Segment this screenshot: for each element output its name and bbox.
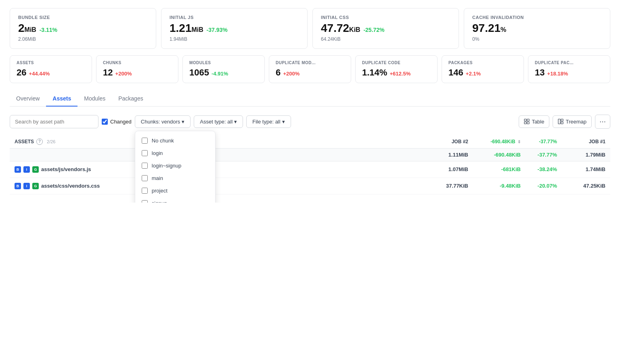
chevron-down-icon: ▾ [182, 119, 184, 125]
chunk-option-login[interactable]: login [135, 147, 215, 159]
chevron-down-icon-file: ▾ [282, 119, 285, 125]
treemap-icon [558, 119, 563, 124]
svg-rect-5 [561, 119, 563, 121]
table-icon [524, 119, 530, 124]
badge-b-2: B [15, 183, 21, 189]
col-header-assets: ASSETS ? 2/26 [15, 138, 420, 145]
table-header: ASSETS ? 2/26 JOB #2 -690.48KiB ⇕ -37.77… [10, 135, 610, 149]
metric-initial-css-sub: 64.24KiB [321, 36, 450, 42]
sort-icon[interactable]: ⇕ [517, 140, 521, 144]
metric-initial-css-label: INITIAL CSS [321, 15, 450, 20]
chunks-filter-button[interactable]: Chunks: vendors ▾ [135, 115, 191, 128]
chunk-option-login-signup[interactable]: login~signup [135, 159, 215, 172]
svg-rect-4 [558, 119, 560, 124]
help-icon[interactable]: ? [36, 138, 43, 145]
chip-packages: PACKAGES 146 +2.1% [442, 55, 524, 83]
changed-checkbox[interactable] [102, 119, 108, 125]
tab-modules[interactable]: Modules [78, 91, 112, 107]
col-header-job2: JOB #2 [420, 139, 468, 144]
file-type-filter-button[interactable]: File type: all ▾ [246, 115, 291, 128]
filter-row: Changed Chunks: vendors ▾ No chunk login [10, 115, 610, 129]
metric-bundle-size-value: 2MiB -3.11% [18, 22, 148, 35]
top-metrics-row: BUNDLE SIZE 2MiB -3.11% 2.06MiB INITIAL … [10, 8, 610, 49]
chunk-login-signup-checkbox[interactable] [142, 163, 148, 169]
chunk-signup-checkbox[interactable] [142, 200, 148, 203]
chip-assets: ASSETS 26 +44.44% [10, 55, 92, 83]
tab-packages[interactable]: Packages [112, 91, 149, 107]
assets-table: ASSETS ? 2/26 JOB #2 -690.48KiB ⇕ -37.77… [10, 135, 610, 195]
table-row[interactable]: B I G assets/css/vendors.css 37.77KiB -9… [10, 178, 610, 195]
badge-i-2: I [23, 183, 30, 189]
table-view-button[interactable]: Table [519, 115, 549, 128]
changed-checkbox-label[interactable]: Changed [102, 119, 132, 125]
chunk-login-checkbox[interactable] [142, 150, 148, 156]
metric-bundle-size-label: BUNDLE SIZE [18, 15, 148, 20]
metric-initial-js-sub: 1.94MiB [170, 36, 299, 42]
chip-modules: MODULES 1065 -4.91% [182, 55, 265, 83]
more-options-button[interactable]: ⋯ [595, 115, 610, 129]
stat-chips-row: ASSETS 26 +44.44% CHUNKS 12 +200% MODULE… [10, 55, 610, 83]
search-input[interactable] [10, 115, 98, 128]
svg-rect-2 [524, 122, 526, 124]
chip-duplicate-pac: DUPLICATE PAC... 13 +18.18% [528, 55, 610, 83]
tab-overview[interactable]: Overview [10, 91, 46, 107]
metric-initial-css-value: 47.72KiB -25.72% [321, 22, 450, 35]
chunk-main-checkbox[interactable] [142, 175, 148, 181]
chip-duplicate-mod: DUPLICATE MOD... 6 +200% [269, 55, 351, 83]
metric-initial-js-label: INITIAL JS [170, 15, 299, 20]
metric-initial-css: INITIAL CSS 47.72KiB -25.72% 64.24KiB [312, 8, 459, 49]
main-tabs: Overview Assets Modules Packages [10, 91, 610, 107]
treemap-view-button[interactable]: Treemap [553, 115, 592, 128]
metric-cache-invalidation-label: CACHE INVALIDATION [472, 15, 602, 20]
chunk-option-project[interactable]: project [135, 184, 215, 197]
table-row[interactable]: B I G assets/js/vendors.js 1.07MiB -681K… [10, 161, 610, 178]
chunks-dropdown-menu: No chunk login login~signup main project [135, 131, 216, 203]
metric-cache-invalidation: CACHE INVALIDATION 97.21% 0% [464, 8, 610, 49]
chunks-dropdown-container: Chunks: vendors ▾ No chunk login login~s… [135, 115, 191, 128]
metric-initial-js: INITIAL JS 1.21MiB -37.93% 1.94MiB [161, 8, 308, 49]
metric-bundle-size-sub: 2.06MiB [18, 36, 148, 42]
metric-cache-invalidation-sub: 0% [472, 36, 602, 42]
tab-assets[interactable]: Assets [46, 91, 78, 107]
chevron-down-icon-asset: ▾ [234, 119, 237, 125]
chunk-project-checkbox[interactable] [142, 188, 148, 194]
metric-initial-js-value: 1.21MiB -37.93% [170, 22, 299, 35]
badge-g-2: G [32, 183, 39, 189]
badge-i-1: I [23, 166, 30, 173]
col-header-change-pct: -37.77% [521, 139, 557, 144]
svg-rect-6 [561, 122, 563, 124]
table-total-row: 1.11MiB -690.48KiB -37.77% 1.79MiB [10, 149, 610, 161]
chunk-option-signup[interactable]: signup [135, 197, 215, 203]
chunk-no-chunk-checkbox[interactable] [142, 138, 148, 144]
chip-chunks: CHUNKS 12 +200% [96, 55, 178, 83]
svg-rect-0 [524, 119, 526, 121]
svg-rect-3 [527, 122, 529, 124]
badge-b-1: B [15, 166, 21, 173]
chunk-option-main[interactable]: main [135, 172, 215, 184]
asset-type-filter-button[interactable]: Asset type: all ▾ [194, 115, 243, 128]
col-header-change-abs: -690.48KiB ⇕ [468, 139, 521, 144]
col-header-job1: JOB #1 [557, 139, 605, 144]
metric-bundle-size: BUNDLE SIZE 2MiB -3.11% 2.06MiB [10, 8, 156, 49]
svg-rect-1 [527, 119, 529, 121]
badge-g-1: G [32, 166, 39, 173]
chunk-option-no-chunk[interactable]: No chunk [135, 134, 215, 147]
chip-duplicate-code: DUPLICATE CODE 1.14% +612.5% [355, 55, 438, 83]
metric-cache-invalidation-value: 97.21% [472, 22, 602, 35]
